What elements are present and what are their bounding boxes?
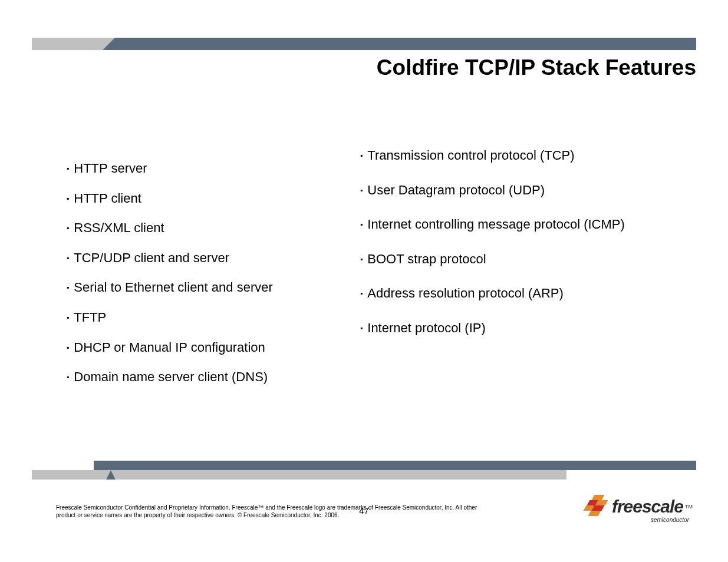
bullet-icon: ▪ bbox=[67, 220, 69, 236]
bullet-icon: ▪ bbox=[360, 320, 363, 336]
bullet-icon: ▪ bbox=[360, 216, 363, 233]
list-item: ▪Serial to Ethernet client and server bbox=[67, 279, 338, 296]
list-item-label: TCP/UDP client and server bbox=[74, 250, 229, 267]
bullet-icon: ▪ bbox=[67, 160, 69, 177]
list-item-label: RSS/XML client bbox=[74, 220, 164, 237]
list-item: ▪Transmission control protocol (TCP) bbox=[360, 147, 667, 164]
list-item-label: Address resolution protocol (ARP) bbox=[367, 285, 564, 302]
footer-bar-triangle bbox=[106, 470, 116, 480]
list-item: ▪TCP/UDP client and server bbox=[67, 250, 338, 267]
list-item: ▪HTTP client bbox=[67, 190, 338, 207]
header-bar-dark bbox=[103, 38, 696, 50]
list-item-label: Serial to Ethernet client and server bbox=[74, 279, 273, 296]
bullet-icon: ▪ bbox=[360, 147, 363, 164]
footer-cut-right bbox=[566, 470, 696, 480]
bullet-icon: ▪ bbox=[67, 369, 69, 385]
footer-bar-dark bbox=[32, 461, 696, 470]
header-bar-triangle bbox=[103, 38, 115, 50]
list-item: ▪Address resolution protocol (ARP) bbox=[360, 285, 667, 302]
footer-cut-left bbox=[32, 461, 94, 470]
list-item-label: Transmission control protocol (TCP) bbox=[367, 147, 574, 164]
list-item: ▪BOOT strap protocol bbox=[360, 251, 667, 268]
brand-logo: freescale TM semiconductor bbox=[585, 495, 693, 523]
list-item-label: TFTP bbox=[74, 309, 106, 326]
list-item-label: Internet protocol (IP) bbox=[367, 320, 486, 337]
list-item: ▪User Datagram protocol (UDP) bbox=[360, 182, 667, 199]
brand-name: freescale bbox=[612, 497, 683, 517]
list-item: ▪Internet controlling message protocol (… bbox=[360, 216, 667, 233]
bullet-icon: ▪ bbox=[67, 250, 69, 266]
list-item-label: HTTP server bbox=[74, 160, 147, 177]
bullet-icon: ▪ bbox=[67, 190, 69, 207]
slide-title: Coldfire TCP/IP Stack Features bbox=[177, 55, 696, 80]
list-item-label: BOOT strap protocol bbox=[367, 251, 486, 268]
bullet-icon: ▪ bbox=[360, 182, 363, 199]
bullet-icon: ▪ bbox=[360, 251, 363, 267]
list-item-label: User Datagram protocol (UDP) bbox=[367, 182, 545, 199]
list-item-label: Domain name server client (DNS) bbox=[74, 369, 268, 386]
bullet-icon: ▪ bbox=[67, 339, 69, 356]
header-bar-light bbox=[32, 38, 103, 50]
brand-tm: TM bbox=[685, 504, 693, 510]
list-item: ▪Domain name server client (DNS) bbox=[67, 369, 338, 386]
feature-list-left: ▪HTTP server ▪HTTP client ▪RSS/XML clien… bbox=[67, 160, 338, 399]
bullet-icon: ▪ bbox=[67, 279, 69, 296]
bullet-icon: ▪ bbox=[67, 309, 69, 326]
list-item-label: DHCP or Manual IP configuration bbox=[74, 339, 265, 356]
list-item-label: HTTP client bbox=[74, 190, 141, 207]
list-item: ▪Internet protocol (IP) bbox=[360, 320, 667, 337]
list-item: ▪RSS/XML client bbox=[67, 220, 338, 237]
list-item: ▪DHCP or Manual IP configuration bbox=[67, 339, 338, 356]
list-item: ▪HTTP server bbox=[67, 160, 338, 177]
freescale-mark-icon bbox=[585, 495, 608, 518]
list-item: ▪TFTP bbox=[67, 309, 338, 326]
feature-list-right: ▪Transmission control protocol (TCP) ▪Us… bbox=[360, 147, 667, 355]
list-item-label: Internet controlling message protocol (I… bbox=[367, 216, 625, 233]
bullet-icon: ▪ bbox=[360, 285, 363, 302]
